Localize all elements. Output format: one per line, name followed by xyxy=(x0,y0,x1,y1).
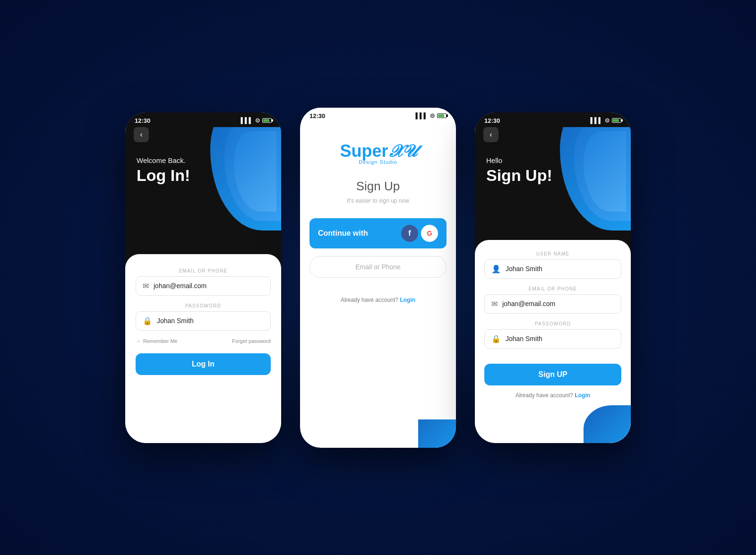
back-button[interactable]: ‹ xyxy=(483,127,498,142)
signup-button[interactable]: Sign UP xyxy=(484,364,621,385)
already-account-text: Already have account? Login xyxy=(300,297,456,303)
email-input-row: ✉ xyxy=(484,294,621,314)
email-icon: ✉ xyxy=(143,282,149,290)
wifi-icon: ⊙ xyxy=(605,117,610,124)
logo-text: Super xyxy=(340,141,388,161)
already-label: Already have account? xyxy=(515,392,573,399)
email-label: EMAIL OR PHONE xyxy=(136,268,271,273)
email-phone-field[interactable]: Email or Phone xyxy=(309,256,447,278)
password-input[interactable] xyxy=(506,335,614,342)
password-label: PASSOWORD xyxy=(136,303,271,308)
login-link[interactable]: Login xyxy=(400,297,415,303)
forget-password-link[interactable]: Forget password xyxy=(232,338,271,344)
status-time: 12:30 xyxy=(484,117,500,124)
already-account-text: Already have account? Login xyxy=(484,392,621,399)
status-bar: 12:30 ▌▌▌ ⊙ xyxy=(300,108,456,122)
lock-icon: 🔒 xyxy=(491,334,501,343)
username-input-row: 👤 xyxy=(484,259,621,279)
password-label: PASSOWORD xyxy=(484,321,621,326)
google-icon: G xyxy=(421,225,438,242)
battery-icon xyxy=(437,113,447,118)
form-area: EMAIL OR PHONE ✉ PASSOWORD 🔒 → Remember … xyxy=(125,254,281,443)
email-input-row: ✉ xyxy=(136,276,271,296)
signal-icon: ▌▌▌ xyxy=(415,112,428,119)
wifi-icon: ⊙ xyxy=(430,112,435,119)
signup-title: Sign Up xyxy=(300,179,456,194)
email-phone-placeholder: Email or Phone xyxy=(355,263,401,271)
email-field-group: EMAIL OR PHONE ✉ xyxy=(484,286,621,314)
signup-subtitle: It's easier to sign up now xyxy=(300,197,456,204)
user-icon: 👤 xyxy=(491,265,501,273)
login-button[interactable]: Log In xyxy=(136,353,271,375)
lock-icon: 🔒 xyxy=(143,316,152,325)
continue-label: Continue with xyxy=(318,229,368,238)
email-label: EMAIL OR PHONE xyxy=(484,286,621,291)
phone-signup-landing: 12:30 ▌▌▌ ⊙ Super𝒳𝒰 Design Studio Sign U… xyxy=(300,108,456,448)
password-field-group: PASSOWORD 🔒 xyxy=(484,321,621,349)
header-title: Sign Up! xyxy=(486,166,619,185)
phone-signup-form: 12:30 ▌▌▌ ⊙ ‹ Hello Sign Up! USER NAME 👤… xyxy=(475,112,631,443)
password-input-row: 🔒 xyxy=(484,329,621,349)
remember-row: → Remember Me Forget password xyxy=(136,338,271,344)
status-time: 12:30 xyxy=(135,117,150,124)
battery-icon xyxy=(262,118,272,123)
email-input[interactable] xyxy=(502,300,614,307)
email-icon: ✉ xyxy=(491,299,498,308)
header-section: Welcome Back. Log In! xyxy=(125,147,281,185)
facebook-icon: f xyxy=(401,225,418,242)
signal-icon: ▌▌▌ xyxy=(590,117,602,124)
username-field-group: USER NAME 👤 xyxy=(484,251,621,279)
continue-with-button[interactable]: Continue with f G xyxy=(309,218,447,248)
status-icons: ▌▌▌ ⊙ xyxy=(241,117,272,124)
email-field-group: EMAIL OR PHONE ✉ xyxy=(136,268,271,296)
status-time: 12:30 xyxy=(309,112,325,120)
logo-section: Super𝒳𝒰 Design Studio xyxy=(300,122,456,179)
battery-icon xyxy=(612,118,621,123)
logo: Super𝒳𝒰 xyxy=(309,141,447,161)
remember-section: → Remember Me xyxy=(136,338,178,344)
password-input[interactable] xyxy=(157,317,264,324)
bottom-wave xyxy=(418,419,456,448)
already-label: Already have account? xyxy=(341,297,398,303)
status-icons: ▌▌▌ ⊙ xyxy=(590,117,621,124)
login-link[interactable]: Login xyxy=(575,392,590,399)
status-bar: 12:30 ▌▌▌ ⊙ xyxy=(475,112,631,127)
remember-label: Remember Me xyxy=(143,338,178,344)
status-icons: ▌▌▌ ⊙ xyxy=(415,112,447,119)
phone-login: 12:30 ▌▌▌ ⊙ ‹ Welcome Back. Log In! EMAI… xyxy=(125,112,281,443)
social-icons: f G xyxy=(401,225,438,242)
arrow-icon: → xyxy=(136,338,141,344)
bottom-wave-shape xyxy=(584,405,631,443)
username-input[interactable] xyxy=(506,265,614,273)
email-input[interactable] xyxy=(154,282,264,290)
header-subtitle: Hello xyxy=(486,156,619,164)
logo-x: 𝒳𝒰 xyxy=(388,141,416,161)
logo-subtitle: Design Studio xyxy=(309,159,447,165)
bottom-wave xyxy=(584,405,631,443)
wave-decoration xyxy=(187,112,281,264)
header-subtitle: Welcome Back. xyxy=(137,156,270,164)
status-bar: 12:30 ▌▌▌ ⊙ xyxy=(125,112,281,127)
back-button[interactable]: ‹ xyxy=(134,127,149,142)
password-input-row: 🔒 xyxy=(136,311,271,331)
bottom-wave-shape xyxy=(418,419,456,448)
wifi-icon: ⊙ xyxy=(255,117,260,124)
username-label: USER NAME xyxy=(484,251,621,256)
password-field-group: PASSOWORD 🔒 xyxy=(136,303,271,331)
header-section: Hello Sign Up! xyxy=(475,147,631,185)
signal-icon: ▌▌▌ xyxy=(241,117,253,124)
header-title: Log In! xyxy=(137,166,270,185)
